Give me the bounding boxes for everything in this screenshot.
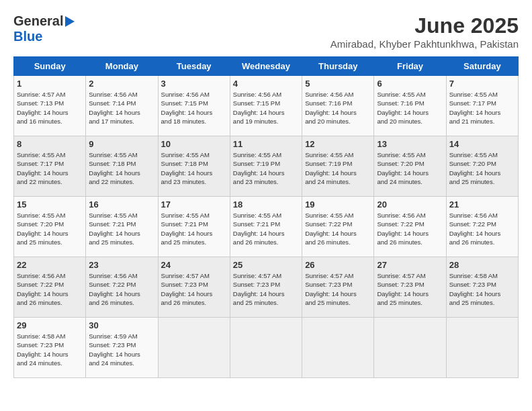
header-row: SundayMondayTuesdayWednesdayThursdayFrid… (14, 57, 519, 76)
logo: General Blue (13, 13, 75, 44)
day-cell-empty (230, 318, 302, 378)
day-cell-28: 28Sunrise: 4:58 AM Sunset: 7:23 PM Dayli… (446, 257, 518, 318)
calendar-header: SundayMondayTuesdayWednesdayThursdayFrid… (14, 57, 519, 76)
day-cell-15: 15Sunrise: 4:55 AM Sunset: 7:20 PM Dayli… (14, 197, 86, 257)
day-cell-empty (302, 318, 374, 378)
day-cell-4: 4Sunrise: 4:56 AM Sunset: 7:15 PM Daylig… (230, 76, 302, 136)
day-cell-11: 11Sunrise: 4:55 AM Sunset: 7:19 PM Dayli… (230, 136, 302, 197)
calendar: SundayMondayTuesdayWednesdayThursdayFrid… (13, 56, 519, 378)
day-cell-12: 12Sunrise: 4:55 AM Sunset: 7:19 PM Dayli… (302, 136, 374, 197)
day-cell-22: 22Sunrise: 4:56 AM Sunset: 7:22 PM Dayli… (14, 257, 86, 318)
day-cell-5: 5Sunrise: 4:56 AM Sunset: 7:16 PM Daylig… (302, 76, 374, 136)
day-cell-13: 13Sunrise: 4:55 AM Sunset: 7:20 PM Dayli… (374, 136, 446, 197)
day-cell-29: 29Sunrise: 4:58 AM Sunset: 7:23 PM Dayli… (14, 318, 86, 378)
day-cell-1: 1Sunrise: 4:57 AM Sunset: 7:13 PM Daylig… (14, 76, 86, 136)
header-day-monday: Monday (86, 57, 158, 76)
header-day-sunday: Sunday (14, 57, 86, 76)
title-area: June 2025 Amirabad, Khyber Pakhtunkhwa, … (330, 13, 519, 50)
week-row-5: 29Sunrise: 4:58 AM Sunset: 7:23 PM Dayli… (14, 318, 519, 378)
week-row-4: 22Sunrise: 4:56 AM Sunset: 7:22 PM Dayli… (14, 257, 519, 318)
day-cell-18: 18Sunrise: 4:55 AM Sunset: 7:21 PM Dayli… (230, 197, 302, 257)
day-cell-16: 16Sunrise: 4:55 AM Sunset: 7:21 PM Dayli… (86, 197, 158, 257)
day-cell-17: 17Sunrise: 4:55 AM Sunset: 7:21 PM Dayli… (158, 197, 230, 257)
header-day-thursday: Thursday (302, 57, 374, 76)
day-cell-14: 14Sunrise: 4:55 AM Sunset: 7:20 PM Dayli… (446, 136, 518, 197)
day-cell-30: 30Sunrise: 4:59 AM Sunset: 7:23 PM Dayli… (86, 318, 158, 378)
day-cell-empty (374, 318, 446, 378)
location-title: Amirabad, Khyber Pakhtunkhwa, Pakistan (330, 38, 519, 50)
day-cell-6: 6Sunrise: 4:55 AM Sunset: 7:16 PM Daylig… (374, 76, 446, 136)
day-cell-19: 19Sunrise: 4:55 AM Sunset: 7:22 PM Dayli… (302, 197, 374, 257)
day-cell-9: 9Sunrise: 4:55 AM Sunset: 7:18 PM Daylig… (86, 136, 158, 197)
week-row-2: 8Sunrise: 4:55 AM Sunset: 7:17 PM Daylig… (14, 136, 519, 197)
day-cell-8: 8Sunrise: 4:55 AM Sunset: 7:17 PM Daylig… (14, 136, 86, 197)
day-cell-25: 25Sunrise: 4:57 AM Sunset: 7:23 PM Dayli… (230, 257, 302, 318)
day-cell-2: 2Sunrise: 4:56 AM Sunset: 7:14 PM Daylig… (86, 76, 158, 136)
calendar-body: 1Sunrise: 4:57 AM Sunset: 7:13 PM Daylig… (14, 76, 519, 378)
day-cell-27: 27Sunrise: 4:57 AM Sunset: 7:23 PM Dayli… (374, 257, 446, 318)
day-cell-empty (446, 318, 518, 378)
month-title: June 2025 (330, 13, 519, 38)
week-row-1: 1Sunrise: 4:57 AM Sunset: 7:13 PM Daylig… (14, 76, 519, 136)
day-cell-3: 3Sunrise: 4:56 AM Sunset: 7:15 PM Daylig… (158, 76, 230, 136)
header-day-friday: Friday (374, 57, 446, 76)
logo-general-text: General (13, 13, 63, 29)
day-cell-10: 10Sunrise: 4:55 AM Sunset: 7:18 PM Dayli… (158, 136, 230, 197)
logo-blue-text: Blue (13, 29, 42, 44)
day-cell-24: 24Sunrise: 4:57 AM Sunset: 7:23 PM Dayli… (158, 257, 230, 318)
day-cell-20: 20Sunrise: 4:56 AM Sunset: 7:22 PM Dayli… (374, 197, 446, 257)
header-day-tuesday: Tuesday (158, 57, 230, 76)
day-cell-23: 23Sunrise: 4:56 AM Sunset: 7:22 PM Dayli… (86, 257, 158, 318)
logo-arrow-icon (65, 16, 75, 27)
day-cell-26: 26Sunrise: 4:57 AM Sunset: 7:23 PM Dayli… (302, 257, 374, 318)
header-day-saturday: Saturday (446, 57, 518, 76)
day-cell-7: 7Sunrise: 4:55 AM Sunset: 7:17 PM Daylig… (446, 76, 518, 136)
day-cell-empty (158, 318, 230, 378)
header-day-wednesday: Wednesday (230, 57, 302, 76)
header: General Blue June 2025 Amirabad, Khyber … (13, 13, 519, 50)
day-cell-21: 21Sunrise: 4:56 AM Sunset: 7:22 PM Dayli… (446, 197, 518, 257)
week-row-3: 15Sunrise: 4:55 AM Sunset: 7:20 PM Dayli… (14, 197, 519, 257)
